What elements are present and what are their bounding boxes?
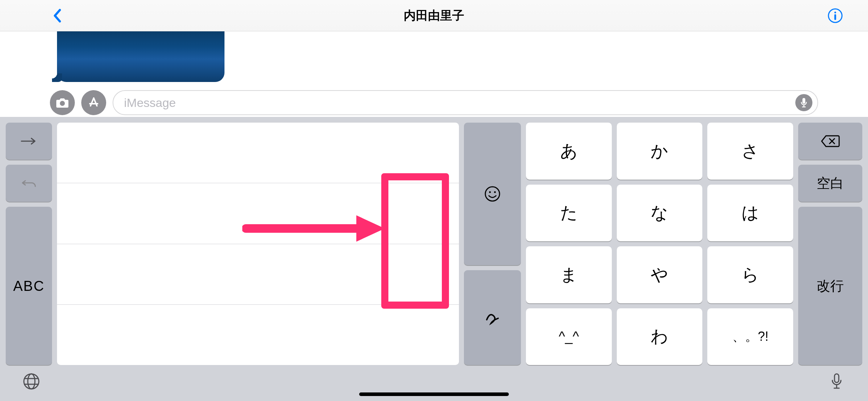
arrow-right-icon <box>20 137 38 145</box>
keyboard-right-area: あ か さ た な は ま や ら ^_^ わ 、。?! <box>464 123 862 365</box>
candidate-row[interactable] <box>57 183 459 244</box>
svg-point-1 <box>835 11 836 13</box>
keyboard: ABC <box>0 117 868 401</box>
camera-icon <box>55 97 69 108</box>
message-thread[interactable] <box>0 31 868 88</box>
dictation-button[interactable] <box>795 94 812 111</box>
kana-key-a[interactable]: あ <box>526 123 612 180</box>
message-placeholder: iMessage <box>124 96 176 110</box>
svg-rect-4 <box>802 98 805 104</box>
kana-key-sa[interactable]: さ <box>707 123 793 180</box>
svg-rect-10 <box>835 374 839 382</box>
image-message-bubble[interactable] <box>57 31 224 82</box>
svg-point-6 <box>489 191 491 193</box>
kana-key-ma[interactable]: ま <box>526 246 612 303</box>
kana-key-na[interactable]: な <box>617 185 703 242</box>
keyboard-function-column: 空白 改行 <box>798 123 862 365</box>
info-button[interactable] <box>827 8 843 24</box>
delete-icon <box>820 134 840 148</box>
emoji-key[interactable] <box>464 123 521 265</box>
kana-key-ha[interactable]: は <box>707 185 793 242</box>
kana-key-ra[interactable]: ら <box>707 246 793 303</box>
microphone-icon <box>831 372 843 390</box>
abc-mode-key[interactable]: ABC <box>6 207 52 365</box>
return-key[interactable]: 改行 <box>798 207 862 365</box>
candidate-row[interactable] <box>57 305 459 365</box>
smiley-icon <box>484 185 501 202</box>
back-button[interactable] <box>50 9 64 23</box>
svg-point-8 <box>24 374 39 389</box>
home-indicator[interactable] <box>359 392 509 396</box>
candidate-row[interactable] <box>57 123 459 183</box>
undo-key[interactable] <box>6 165 52 202</box>
svg-point-3 <box>60 101 65 106</box>
apps-button[interactable] <box>81 90 106 115</box>
chevron-left-icon <box>53 9 61 23</box>
handwriting-key[interactable] <box>464 270 521 365</box>
message-input[interactable]: iMessage <box>113 90 818 115</box>
app-store-icon <box>87 96 100 109</box>
globe-icon <box>22 372 40 390</box>
kana-key-punct[interactable]: 、。?! <box>707 308 793 365</box>
undo-icon <box>21 178 37 189</box>
compose-bar: iMessage <box>0 88 868 117</box>
kana-key-ya[interactable]: や <box>617 246 703 303</box>
globe-key[interactable] <box>21 371 41 391</box>
next-candidate-key[interactable] <box>6 123 52 160</box>
contact-name: 内田由里子 <box>404 7 464 24</box>
space-key[interactable]: 空白 <box>798 165 862 202</box>
svg-point-9 <box>28 374 35 389</box>
kana-key-wa[interactable]: わ <box>617 308 703 365</box>
microphone-icon <box>800 97 807 108</box>
svg-point-7 <box>494 191 496 193</box>
kana-key-kaomoji[interactable]: ^_^ <box>526 308 612 365</box>
kana-key-ka[interactable]: か <box>617 123 703 180</box>
kana-grid: あ か さ た な は ま や ら ^_^ わ 、。?! <box>526 123 793 365</box>
candidate-row[interactable] <box>57 244 459 305</box>
camera-button[interactable] <box>50 90 75 115</box>
info-icon <box>827 8 843 24</box>
keyboard-mode-column <box>464 123 521 365</box>
candidate-suggestions[interactable] <box>57 123 459 365</box>
svg-point-5 <box>485 187 500 201</box>
delete-key[interactable] <box>798 123 862 160</box>
svg-rect-2 <box>835 14 836 20</box>
navigation-bar: 内田由里子 <box>0 0 868 31</box>
keyboard-left-controls: ABC <box>6 123 52 365</box>
dictation-key[interactable] <box>827 371 847 391</box>
handwriting-icon <box>482 308 502 328</box>
kana-key-ta[interactable]: た <box>526 185 612 242</box>
